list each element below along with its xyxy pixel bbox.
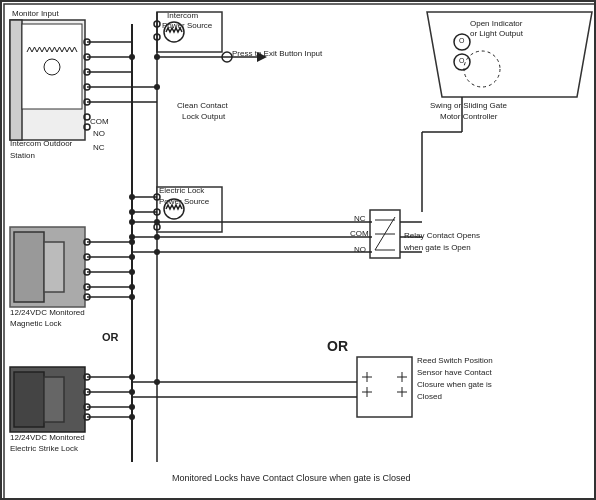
wiring-diagram <box>0 0 596 500</box>
diagram-canvas <box>2 2 596 500</box>
